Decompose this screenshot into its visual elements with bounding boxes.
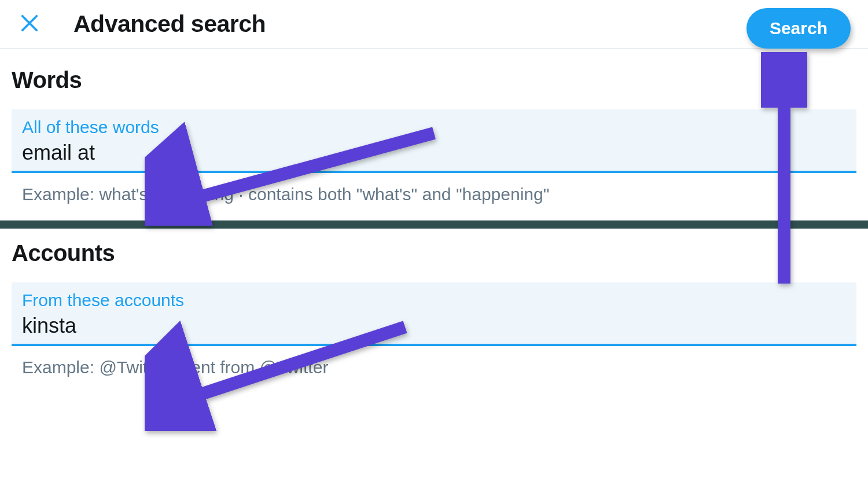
words-section-title: Words	[12, 49, 856, 109]
accounts-section: Accounts From these accounts Example: @T…	[0, 229, 868, 394]
all-words-input[interactable]	[22, 139, 846, 166]
all-words-field-container: All of these words	[12, 109, 856, 173]
from-accounts-input[interactable]	[22, 312, 846, 339]
modal-title: Advanced search	[73, 10, 266, 38]
modal-header: Advanced search Search	[0, 0, 868, 49]
close-icon	[17, 11, 42, 38]
from-accounts-label: From these accounts	[22, 291, 846, 310]
close-button[interactable]	[17, 11, 42, 38]
from-accounts-example: Example: @Twitter · sent from @Twitter	[12, 355, 856, 394]
all-words-example: Example: what's happening · contains bot…	[12, 182, 856, 220]
all-words-label: All of these words	[22, 117, 846, 137]
accounts-section-title: Accounts	[12, 229, 856, 282]
from-accounts-field-container: From these accounts	[12, 282, 856, 346]
section-divider	[0, 220, 868, 229]
search-button[interactable]: Search	[746, 8, 851, 49]
words-section: Words All of these words Example: what's…	[0, 49, 868, 220]
